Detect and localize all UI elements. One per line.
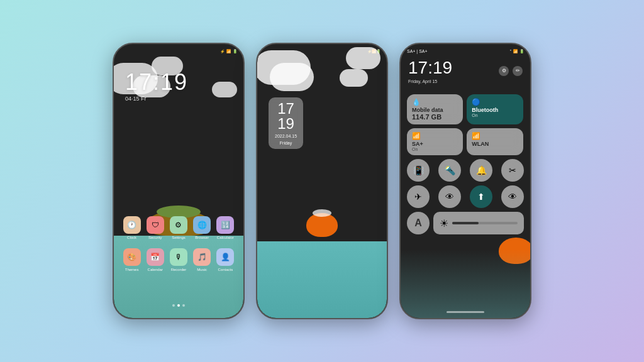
app-browser[interactable]: 🌐 Browser — [193, 216, 211, 239]
cloud-group-1 — [114, 44, 243, 195]
phone-3-status-icons: * 📶 🔋 — [510, 49, 524, 53]
phone-1-date: 04·15 Fr — [125, 96, 147, 102]
widget-time-top: 17 — [275, 101, 297, 116]
phone-3-date: Friday, April 15 — [408, 79, 452, 84]
themes-icon: 🎨 — [123, 248, 141, 266]
phone-3-screen: SA+ | SA+ * 📶 🔋 17:19 Friday, April 15 ⚙… — [401, 44, 530, 318]
app-calculator[interactable]: 🔢 Calculator — [216, 216, 234, 239]
brightness-bar — [452, 222, 518, 224]
settings-icon: ⚙ — [170, 216, 187, 234]
brightness-tile[interactable]: ☀ — [433, 212, 524, 234]
settings-label: Settings — [172, 236, 186, 239]
widget-day: Friday — [275, 141, 297, 145]
dot-3 — [182, 304, 185, 307]
mobile-data-label: Mobile data — [412, 107, 458, 113]
dot-1 — [172, 304, 175, 307]
app-contacts[interactable]: 👤 Contacts — [216, 248, 234, 272]
app-security[interactable]: 🛡 Security — [147, 216, 164, 239]
crop-circle[interactable]: ✂ — [501, 159, 524, 182]
recorder-icon: 🎙 — [170, 248, 187, 266]
page-dots — [172, 304, 185, 307]
app-row-1: 🕐 Clock 🛡 Security ⚙ Settings 🌐 Browser — [120, 216, 237, 239]
music-label: Music — [197, 268, 207, 272]
brightness-fill — [452, 222, 479, 224]
app-music[interactable]: 🎵 Music — [193, 248, 211, 272]
p2-cloud-3 — [346, 47, 380, 69]
phone-3-waves — [401, 250, 530, 318]
flashlight-circle[interactable]: 🔦 — [438, 159, 461, 182]
app-calendar[interactable]: 📅 Calendar — [147, 248, 164, 272]
edit-header-icon[interactable]: ✏ — [513, 66, 523, 76]
mobile-data-tile[interactable]: 💧 Mobile data 114.7 GB — [407, 94, 463, 124]
contacts-icon: 👤 — [216, 248, 234, 266]
dot-2-active — [177, 304, 180, 307]
navigation-circle[interactable]: ⬆ — [470, 185, 492, 208]
contacts-label: Contacts — [218, 268, 233, 272]
widget-time-bottom: 19 — [275, 116, 297, 131]
wlan-tile[interactable]: 📶 WLAN — [467, 128, 523, 155]
p2-cloud-2 — [270, 63, 314, 91]
phone-3-time-group: 17:19 Friday, April 15 — [408, 58, 452, 84]
p2-cloud-4 — [340, 69, 368, 87]
sa-status: On — [412, 147, 458, 151]
bell-circle[interactable]: 🔔 — [470, 159, 492, 182]
phone-3-status: SA+ | SA+ * 📶 🔋 — [401, 49, 530, 53]
airplane-circle[interactable]: ✈ — [407, 185, 430, 208]
phone-1-screen: ⚡ 📶 🔋 17:19 04·15 Fr — [114, 44, 243, 318]
clock-icon: 🕐 — [123, 216, 141, 234]
home-indicator[interactable] — [447, 311, 484, 313]
bluetooth-status: On — [472, 113, 518, 118]
mobile-data-icon: 💧 — [412, 98, 458, 106]
mobile-data-value: 114.7 GB — [412, 113, 458, 121]
browser-label: Browser — [195, 236, 209, 239]
browser-icon: 🌐 — [193, 216, 211, 234]
sun-icon: ☀ — [440, 217, 448, 229]
phone-2-screen: ⚡📶🔋 17 19 2022.04.15 Friday — [257, 44, 387, 318]
settings-header-icon[interactable]: ⚙ — [499, 66, 509, 76]
ctrl-row-1: 💧 Mobile data 114.7 GB 🔵 Bluetooth On — [407, 94, 524, 124]
eye-circle[interactable]: 👁 — [438, 185, 461, 208]
phone-3-time: 17:19 — [408, 58, 452, 78]
phone-2: ⚡📶🔋 17 19 2022.04.15 Friday — [256, 43, 388, 319]
sa-tile[interactable]: 📶 SA+ On — [407, 128, 463, 155]
phone-1: ⚡ 📶 🔋 17:19 04·15 Fr — [113, 43, 245, 319]
wlan-label: WLAN — [472, 141, 518, 147]
clock-label: Clock — [127, 236, 136, 239]
font-circle[interactable]: A — [407, 212, 430, 234]
sa-label: SA+ — [412, 141, 458, 147]
phone-2-widget: 17 19 2022.04.15 Friday — [269, 97, 303, 149]
cloud-4 — [212, 82, 237, 97]
calendar-icon: 📅 — [147, 248, 164, 266]
wifi-icon: 📶 — [472, 132, 518, 140]
calendar-label: Calendar — [148, 268, 163, 272]
widget-date: 2022.04.15 — [275, 134, 297, 138]
phone-3-header: 17:19 Friday, April 15 ⚙ ✏ — [408, 58, 523, 84]
app-themes[interactable]: 🎨 Themes — [123, 248, 141, 272]
pumpkin-float — [306, 213, 338, 241]
music-icon: 🎵 — [193, 248, 211, 266]
bluetooth-tile[interactable]: 🔵 Bluetooth On — [467, 94, 523, 124]
calculator-icon: 🔢 — [216, 216, 234, 234]
themes-label: Themes — [125, 268, 139, 272]
security-icon: 🛡 — [147, 216, 164, 234]
control-panel: 💧 Mobile data 114.7 GB 🔵 Bluetooth On 📶 … — [407, 94, 524, 238]
phone-3-header-icons: ⚙ ✏ — [499, 66, 523, 76]
phone-3-carrier: SA+ | SA+ — [407, 49, 428, 53]
pumpkin-body — [306, 213, 338, 237]
calculator-label: Calculator — [217, 236, 234, 239]
app-settings[interactable]: ⚙ Settings — [170, 216, 187, 239]
sa-icon: 📶 — [412, 132, 458, 140]
security-label: Security — [148, 236, 162, 239]
vibrate-circle[interactable]: 📳 — [407, 159, 430, 182]
app-recorder[interactable]: 🎙 Recorder — [170, 248, 187, 272]
phone-2-water — [257, 241, 387, 318]
app-clock[interactable]: 🕐 Clock — [123, 216, 141, 239]
visibility-circle[interactable]: 👁 — [501, 185, 524, 208]
ctrl-icon-row-2: ✈ 👁 ⬆ 👁 — [407, 185, 524, 208]
phone-3: SA+ | SA+ * 📶 🔋 17:19 Friday, April 15 ⚙… — [399, 43, 531, 319]
app-row-2: 🎨 Themes 📅 Calendar 🎙 Recorder 🎵 Music — [120, 248, 237, 272]
ctrl-icon-row-1: 📳 🔦 🔔 ✂ — [407, 159, 524, 182]
recorder-label: Recorder — [171, 268, 187, 272]
ctrl-bottom-row: A ☀ — [407, 212, 524, 234]
phone-1-time: 17:19 — [125, 69, 188, 96]
